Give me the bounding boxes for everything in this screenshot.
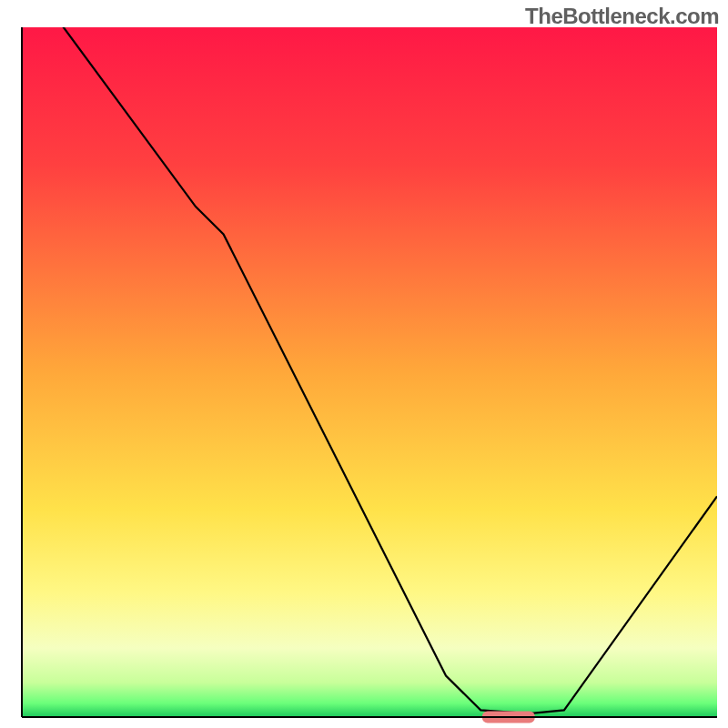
plot-background <box>22 27 717 717</box>
bottleneck-chart <box>0 0 728 728</box>
